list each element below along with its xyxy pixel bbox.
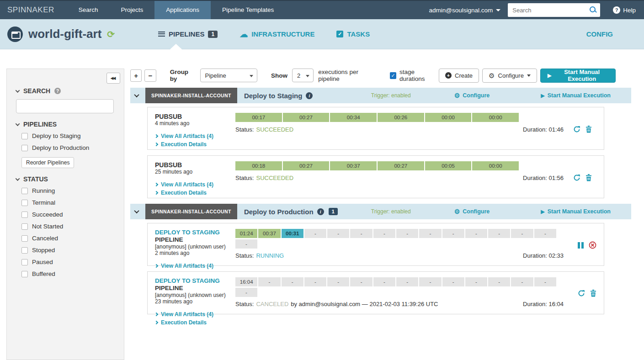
- view-all-artifacts-link[interactable]: View All Artifacts (4): [155, 310, 237, 318]
- status-filter-checkbox[interactable]: Running: [21, 187, 117, 194]
- stage-cell[interactable]: -: [327, 229, 349, 238]
- checkbox-unchecked-icon[interactable]: [21, 259, 28, 265]
- checkbox-unchecked-icon[interactable]: [21, 133, 28, 139]
- create-button[interactable]: + Create: [439, 69, 479, 83]
- execution-details-link[interactable]: Execution Details: [155, 318, 237, 327]
- help-icon[interactable]: ?: [54, 88, 61, 94]
- stage-cell[interactable]: 16:04: [235, 277, 257, 286]
- spinnaker-logo[interactable]: SPINNAKER: [0, 1, 67, 19]
- rerun-execution-icon[interactable]: [573, 174, 580, 181]
- nav-item-pipeline-templates[interactable]: Pipeline Templates: [211, 1, 285, 19]
- stage-durations-checkbox[interactable]: ✓: [390, 72, 396, 79]
- global-search-input[interactable]: [508, 3, 600, 17]
- stage-cell[interactable]: -: [419, 229, 441, 238]
- stage-cell[interactable]: -: [396, 277, 418, 286]
- stage-cell[interactable]: -: [350, 229, 372, 238]
- execution-details-link[interactable]: Execution Details: [155, 140, 237, 148]
- view-all-artifacts-link[interactable]: View All Artifacts (4): [155, 262, 237, 270]
- user-menu[interactable]: admin@soulsignal.com: [429, 7, 500, 14]
- stage-cell[interactable]: -: [442, 277, 464, 286]
- stage-cell[interactable]: 00:17: [235, 113, 282, 122]
- pipeline-search-input[interactable]: [16, 99, 114, 113]
- stage-cell[interactable]: -: [488, 277, 510, 286]
- stage-cell[interactable]: 00:00: [472, 161, 519, 170]
- status-filter-checkbox[interactable]: Succeeded: [21, 211, 117, 218]
- view-all-artifacts-link[interactable]: View All Artifacts (4): [155, 132, 237, 140]
- start-manual-execution-link[interactable]: ▶ Start Manual Execution: [541, 208, 611, 215]
- status-filter-checkbox[interactable]: Paused: [21, 259, 117, 265]
- stage-cell[interactable]: 01:24: [235, 229, 257, 238]
- status-section-header[interactable]: STATUS: [16, 175, 117, 183]
- stage-cell[interactable]: 00:27: [378, 161, 424, 170]
- stage-cell[interactable]: -: [511, 229, 533, 238]
- stage-cell[interactable]: 00:37: [258, 229, 280, 238]
- collapse-sidebar-button[interactable]: ◀◀: [106, 73, 120, 84]
- tab-config[interactable]: CONFIG: [586, 30, 613, 38]
- status-filter-checkbox[interactable]: Buffered: [21, 270, 117, 277]
- executions-count-select[interactable]: 2: [292, 69, 314, 82]
- start-manual-execution-link[interactable]: ▶ Start Manual Execution: [541, 92, 611, 99]
- view-all-artifacts-link[interactable]: View All Artifacts (4): [155, 180, 237, 189]
- pipeline-filter-checkbox[interactable]: Deploy to Production: [21, 144, 117, 151]
- stage-cell[interactable]: 00:00: [472, 113, 519, 122]
- stage-cell[interactable]: 00:26: [378, 113, 424, 122]
- refresh-application-icon[interactable]: ⟳: [107, 29, 115, 40]
- stage-cell[interactable]: 00:27: [283, 113, 330, 122]
- stage-cell[interactable]: 00:00: [425, 113, 472, 122]
- stage-cell[interactable]: 00:05: [425, 161, 472, 170]
- expand-all-button[interactable]: +: [130, 69, 142, 82]
- help-menu[interactable]: ? Help: [613, 6, 636, 14]
- rerun-execution-icon[interactable]: [578, 290, 585, 297]
- stage-cell[interactable]: -: [235, 239, 257, 249]
- info-icon[interactable]: i: [317, 208, 324, 215]
- configure-button[interactable]: ⚙ Configure: [482, 69, 537, 83]
- info-icon[interactable]: i: [306, 92, 313, 99]
- stage-cell[interactable]: -: [488, 229, 510, 238]
- pipelines-section-header[interactable]: PIPELINES: [16, 121, 117, 128]
- stage-cell[interactable]: -: [442, 229, 464, 238]
- pipeline-filter-checkbox[interactable]: Deploy to Staging: [21, 132, 117, 139]
- stage-cell[interactable]: -: [396, 229, 418, 238]
- stage-cell[interactable]: -: [511, 277, 533, 286]
- stage-cell[interactable]: -: [373, 277, 395, 286]
- start-manual-execution-button[interactable]: ▶ Start Manual Execution: [540, 69, 616, 83]
- delete-execution-icon[interactable]: [590, 290, 596, 297]
- checkbox-unchecked-icon[interactable]: [21, 188, 28, 194]
- stage-cell[interactable]: -: [534, 277, 556, 286]
- stage-cell[interactable]: 00:34: [330, 113, 377, 122]
- search-icon[interactable]: [589, 6, 596, 13]
- stage-cell[interactable]: -: [534, 229, 556, 238]
- stage-cell[interactable]: -: [258, 277, 280, 286]
- group-by-select[interactable]: Pipeline: [200, 69, 258, 82]
- checkbox-unchecked-icon[interactable]: [21, 247, 28, 254]
- group-collapse-chevron[interactable]: [134, 208, 139, 213]
- stage-cell[interactable]: -: [350, 277, 372, 286]
- nav-item-projects[interactable]: Projects: [110, 1, 155, 19]
- stage-cell[interactable]: -: [373, 229, 395, 238]
- nav-item-applications[interactable]: Applications: [154, 1, 211, 19]
- delete-execution-icon[interactable]: [585, 126, 592, 133]
- stage-cell[interactable]: -: [419, 277, 441, 286]
- status-filter-checkbox[interactable]: Terminal: [21, 199, 117, 206]
- status-filter-checkbox[interactable]: Canceled: [21, 235, 117, 242]
- stage-cell[interactable]: 00:31: [282, 229, 303, 238]
- status-filter-checkbox[interactable]: Not Started: [21, 223, 117, 230]
- rerun-execution-icon[interactable]: [573, 126, 580, 133]
- delete-execution-icon[interactable]: [585, 174, 592, 181]
- stage-cell[interactable]: 00:37: [330, 161, 377, 170]
- configure-pipeline-link[interactable]: ⚙ Configure: [454, 208, 490, 215]
- stage-cell[interactable]: -: [304, 277, 326, 286]
- checkbox-unchecked-icon[interactable]: [21, 145, 28, 151]
- tab-tasks[interactable]: ✓ TASKS: [336, 30, 370, 38]
- status-filter-checkbox[interactable]: Stopped: [21, 247, 117, 254]
- nav-item-search[interactable]: Search: [67, 1, 110, 19]
- pause-execution-icon[interactable]: [578, 242, 584, 249]
- stage-cell[interactable]: -: [282, 277, 303, 286]
- cancel-execution-icon[interactable]: [589, 241, 596, 249]
- search-section-header[interactable]: SEARCH ?: [16, 87, 117, 95]
- configure-pipeline-link[interactable]: ⚙ Configure: [454, 92, 490, 99]
- group-collapse-chevron[interactable]: [134, 92, 139, 97]
- stage-cell[interactable]: -: [465, 229, 487, 238]
- stage-cell[interactable]: 00:18: [235, 161, 282, 170]
- tab-infrastructure[interactable]: ☁ INFRASTRUCTURE: [240, 30, 314, 38]
